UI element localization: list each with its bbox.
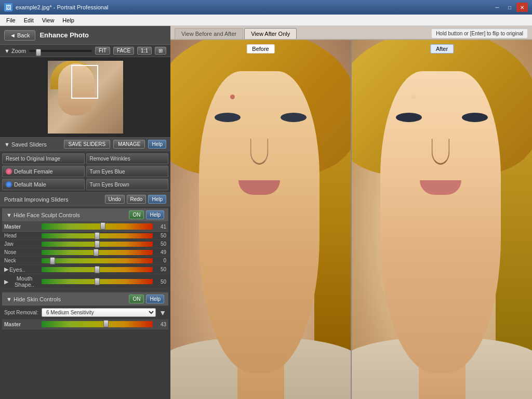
portrait-help-button[interactable]: Help xyxy=(148,195,166,204)
spot-removal-row: Spot Removal: 6 Medium Sensitivity ▼ xyxy=(2,306,168,320)
menubar: File Edit View Help xyxy=(0,15,532,26)
spot-removal-dropdown[interactable]: 6 Medium Sensitivity xyxy=(42,308,156,317)
jaw-slider-track[interactable] xyxy=(42,242,153,247)
saved-sliders-help-button[interactable]: Help xyxy=(148,140,166,149)
master-slider-value: 41 xyxy=(155,224,166,230)
master-slider-track[interactable] xyxy=(42,223,153,230)
minimize-button[interactable]: ─ xyxy=(491,3,503,12)
portrait-header: Portrait Improving Sliders Undo Redo Hel… xyxy=(0,193,170,206)
eyes-slider-value: 50 xyxy=(155,267,166,272)
redo-button[interactable]: Redo xyxy=(127,195,147,204)
eyes-expand-icon: ▶ xyxy=(4,266,8,273)
zoom-face-button[interactable]: FACE xyxy=(113,47,134,55)
turn-eyes-brown-button[interactable]: Turn Eyes Brown xyxy=(86,179,169,190)
nose-slider-row: Nose 49 xyxy=(2,248,168,257)
before-label: Before xyxy=(246,44,274,54)
zoom-slider[interactable] xyxy=(29,50,92,52)
default-male-button[interactable]: Default Male xyxy=(2,179,85,190)
nose-slider-track[interactable] xyxy=(42,250,153,255)
skin-master-slider-value: 43 xyxy=(155,322,166,327)
after-label: After xyxy=(430,44,454,54)
remove-wrinkles-button[interactable]: Remove Wrinkles xyxy=(86,153,169,164)
save-sliders-button[interactable]: SAVE SLIDERS xyxy=(64,140,111,149)
head-slider-label: Head xyxy=(4,233,39,238)
zoom-toggle[interactable]: ▼ Zoom xyxy=(4,48,26,54)
hide-skin-controls-label: ▼ Hide Skin Controls xyxy=(6,296,127,302)
app-icon: 🖼 xyxy=(4,3,12,11)
zoom-1to1-button[interactable]: 1:1 xyxy=(137,47,152,55)
head-slider-track[interactable] xyxy=(42,233,153,238)
preset-grid: Reset to Original Image Remove Wrinkles … xyxy=(0,151,170,193)
tab-after-only[interactable]: View After Only xyxy=(244,28,297,39)
zoom-expand-button[interactable]: ⊞ xyxy=(155,47,166,55)
jaw-slider-label: Jaw xyxy=(4,241,39,247)
main-layout: ◄ Back Enhance Photo ▼ Zoom FIT FACE 1:1… xyxy=(0,26,532,399)
thumbnail-image xyxy=(48,61,123,134)
menu-view[interactable]: View xyxy=(38,16,59,24)
jaw-slider-row: Jaw 50 xyxy=(2,240,168,248)
mouth-slider-track[interactable] xyxy=(42,279,153,284)
spot-removal-label: Spot Removal: xyxy=(4,310,39,315)
back-button[interactable]: ◄ Back xyxy=(4,30,35,41)
mouth-slider-value: 50 xyxy=(155,279,166,285)
face-sculpt-header: ▼ Hide Face Sculpt Controls ON Help xyxy=(2,208,168,222)
saved-sliders-header: ▼ Saved Sliders SAVE SLIDERS MANAGE Help xyxy=(0,138,170,151)
master-slider-row: Master 41 xyxy=(2,222,168,232)
skin-master-slider-track[interactable] xyxy=(42,321,153,327)
default-female-button[interactable]: Default Female xyxy=(2,166,85,177)
head-slider-row: Head 50 xyxy=(2,232,168,240)
mouth-expand-row: ▶ Mouth Shape.. 50 xyxy=(2,274,168,289)
image-area: Before xyxy=(170,40,532,399)
sliders-area: ▼ Hide Face Sculpt Controls ON Help Mast… xyxy=(0,206,170,399)
right-panel: View Before and After View After Only Ho… xyxy=(170,26,532,399)
manage-button[interactable]: MANAGE xyxy=(113,140,145,149)
head-slider-value: 50 xyxy=(155,233,166,238)
default-female-label: Default Female xyxy=(14,168,53,175)
maximize-button[interactable]: □ xyxy=(504,3,515,12)
skin-controls-help-button[interactable]: Help xyxy=(146,295,164,303)
portrait-title: Portrait Improving Sliders xyxy=(4,196,103,203)
before-image xyxy=(170,40,351,399)
menu-file[interactable]: File xyxy=(2,16,20,24)
eyes-expand-row: ▶ Eyes.. 50 xyxy=(2,265,168,274)
left-panel: ◄ Back Enhance Photo ▼ Zoom FIT FACE 1:1… xyxy=(0,26,170,399)
tab-before-after[interactable]: View Before and After xyxy=(175,28,243,39)
eyes-slider-track[interactable] xyxy=(42,267,153,272)
after-pane: After xyxy=(352,40,532,399)
mouth-after xyxy=(420,180,461,195)
face-after xyxy=(380,71,501,373)
zoom-fit-button[interactable]: FIT xyxy=(95,47,110,55)
neck-slider-row: Neck 0 xyxy=(2,257,168,265)
menu-edit[interactable]: Edit xyxy=(20,16,38,24)
eyes-expand-button[interactable]: ▶ Eyes.. xyxy=(4,266,39,273)
nose-slider-value: 49 xyxy=(155,249,166,255)
eye-right-after xyxy=(462,113,488,122)
face-sculpt-on-button[interactable]: ON xyxy=(129,210,144,219)
male-icon xyxy=(6,181,12,188)
face-sculpt-help-button[interactable]: Help xyxy=(146,210,164,219)
turn-eyes-blue-button[interactable]: Turn Eyes Blue xyxy=(86,166,169,177)
reset-original-button[interactable]: Reset to Original Image xyxy=(2,153,85,164)
default-male-label: Default Male xyxy=(14,181,46,188)
mouth-expand-button[interactable]: ▶ Mouth Shape.. xyxy=(4,275,39,288)
skin-controls-header: ▼ Hide Skin Controls ON Help xyxy=(2,291,168,306)
nose-before xyxy=(250,139,269,165)
view-tabs: View Before and After View After Only Ho… xyxy=(170,26,532,40)
menu-help[interactable]: Help xyxy=(58,16,78,24)
flip-hint: Hold button or [Enter] to flip to origin… xyxy=(431,29,528,38)
nose-slider-label: Nose xyxy=(4,249,39,255)
undo-button[interactable]: Undo xyxy=(105,195,125,204)
skin-controls-on-button[interactable]: ON xyxy=(129,295,144,303)
nose-after xyxy=(432,139,450,165)
blemish-after xyxy=(411,95,416,99)
neck-slider-track[interactable] xyxy=(42,258,153,263)
eye-right-before xyxy=(281,113,307,122)
female-icon xyxy=(6,168,12,175)
thumbnail-area xyxy=(0,57,170,138)
saved-sliders-toggle[interactable]: ▼ Saved Sliders xyxy=(4,141,61,148)
jaw-slider-value: 50 xyxy=(155,241,166,247)
thumb-face xyxy=(58,63,95,115)
eye-left-after xyxy=(396,113,422,122)
eyes-expand-label: Eyes.. xyxy=(9,267,25,273)
close-button[interactable]: ✕ xyxy=(516,3,528,12)
